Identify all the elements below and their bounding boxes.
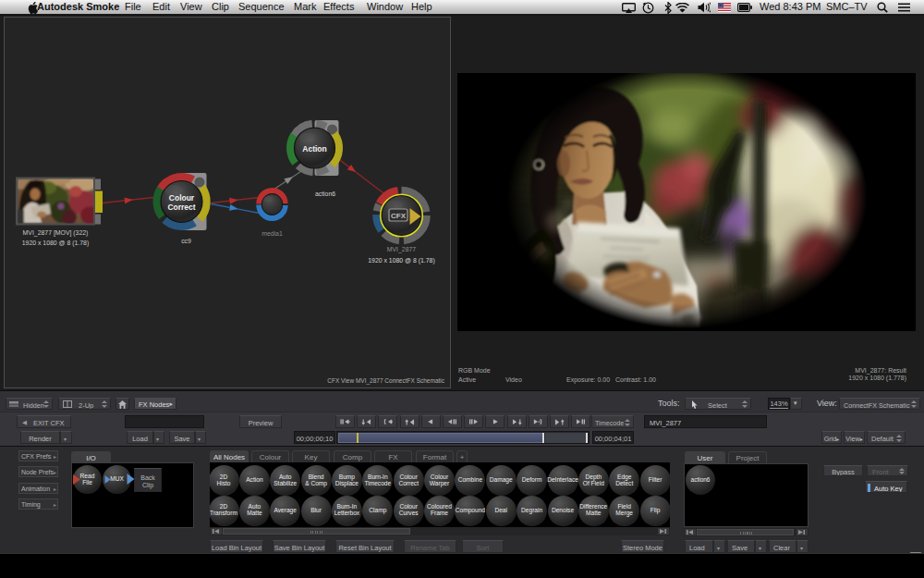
svg-text:1920 x 1080 @ 8 (1.78): 1920 x 1080 @ 8 (1.78) bbox=[22, 240, 90, 247]
svg-text:Action: Action bbox=[302, 144, 326, 154]
svg-text:MVI_2877 [MOV] (322): MVI_2877 [MOV] (322) bbox=[23, 229, 89, 237]
svg-text:1920 x 1080 @ 8 (1.78): 1920 x 1080 @ 8 (1.78) bbox=[368, 257, 435, 264]
svg-text:MVI_2877: MVI_2877 bbox=[387, 246, 417, 253]
svg-text:action6: action6 bbox=[315, 191, 335, 197]
svg-text:Correct: Correct bbox=[167, 203, 195, 212]
svg-text:media1: media1 bbox=[261, 230, 283, 237]
svg-text:CFX: CFX bbox=[391, 212, 407, 220]
svg-text:cc9: cc9 bbox=[181, 238, 191, 244]
svg-text:Colour: Colour bbox=[169, 193, 195, 203]
